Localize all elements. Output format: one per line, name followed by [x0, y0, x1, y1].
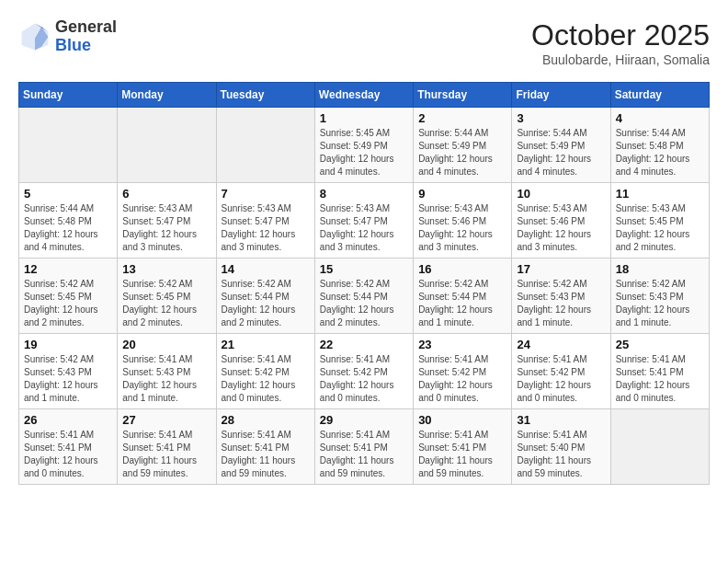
day-info: Sunrise: 5:42 AM Sunset: 5:44 PM Dayligh…: [418, 278, 506, 329]
calendar-cell: 4Sunrise: 5:44 AM Sunset: 5:48 PM Daylig…: [610, 108, 709, 183]
day-info: Sunrise: 5:43 AM Sunset: 5:47 PM Dayligh…: [222, 202, 310, 254]
calendar-cell: [610, 409, 709, 485]
calendar-cell: 11Sunrise: 5:43 AM Sunset: 5:45 PM Dayli…: [610, 183, 709, 259]
calendar-header: SundayMondayTuesdayWednesdayThursdayFrid…: [19, 83, 710, 108]
day-info: Sunrise: 5:42 AM Sunset: 5:45 PM Dayligh…: [24, 278, 112, 329]
calendar-cell: 29Sunrise: 5:41 AM Sunset: 5:41 PM Dayli…: [314, 409, 413, 485]
calendar-cell: 30Sunrise: 5:41 AM Sunset: 5:41 PM Dayli…: [414, 409, 512, 485]
calendar-cell: 7Sunrise: 5:43 AM Sunset: 5:47 PM Daylig…: [216, 183, 314, 259]
weekday-header-friday: Friday: [512, 83, 610, 108]
calendar-cell: 10Sunrise: 5:43 AM Sunset: 5:46 PM Dayli…: [512, 183, 610, 259]
day-info: Sunrise: 5:41 AM Sunset: 5:41 PM Dayligh…: [122, 429, 210, 480]
calendar-cell: 9Sunrise: 5:43 AM Sunset: 5:46 PM Daylig…: [414, 183, 512, 259]
weekday-header-saturday: Saturday: [610, 83, 709, 108]
weekday-header-sunday: Sunday: [19, 83, 118, 108]
day-number: 7: [222, 187, 310, 201]
logo-text: General Blue: [55, 18, 117, 55]
day-info: Sunrise: 5:41 AM Sunset: 5:42 PM Dayligh…: [222, 353, 310, 405]
calendar-cell: 31Sunrise: 5:41 AM Sunset: 5:40 PM Dayli…: [512, 409, 610, 485]
day-number: 15: [320, 262, 408, 276]
day-info: Sunrise: 5:43 AM Sunset: 5:46 PM Dayligh…: [517, 202, 605, 254]
day-number: 28: [222, 413, 310, 427]
day-info: Sunrise: 5:42 AM Sunset: 5:44 PM Dayligh…: [320, 278, 408, 329]
day-info: Sunrise: 5:43 AM Sunset: 5:47 PM Dayligh…: [122, 202, 210, 254]
day-number: 26: [24, 413, 112, 427]
day-info: Sunrise: 5:41 AM Sunset: 5:41 PM Dayligh…: [222, 429, 310, 480]
day-number: 16: [418, 262, 506, 276]
calendar-cell: 12Sunrise: 5:42 AM Sunset: 5:45 PM Dayli…: [19, 259, 118, 334]
day-number: 10: [517, 187, 605, 201]
day-number: 14: [222, 262, 310, 276]
weekday-header-wednesday: Wednesday: [314, 83, 413, 108]
day-info: Sunrise: 5:43 AM Sunset: 5:45 PM Dayligh…: [616, 202, 704, 254]
day-number: 21: [222, 338, 310, 351]
day-info: Sunrise: 5:42 AM Sunset: 5:44 PM Dayligh…: [222, 278, 310, 329]
day-number: 19: [24, 338, 112, 351]
calendar-cell: 15Sunrise: 5:42 AM Sunset: 5:44 PM Dayli…: [314, 259, 413, 334]
day-info: Sunrise: 5:41 AM Sunset: 5:42 PM Dayligh…: [517, 353, 605, 405]
day-info: Sunrise: 5:42 AM Sunset: 5:43 PM Dayligh…: [517, 278, 605, 329]
weekday-header-monday: Monday: [118, 83, 216, 108]
day-number: 6: [122, 187, 210, 201]
calendar-cell: 5Sunrise: 5:44 AM Sunset: 5:48 PM Daylig…: [19, 183, 118, 259]
title-block: October 2025 Buulobarde, Hiiraan, Somali…: [531, 18, 710, 67]
calendar-cell: [118, 108, 216, 183]
calendar-cell: 19Sunrise: 5:42 AM Sunset: 5:43 PM Dayli…: [19, 334, 118, 409]
calendar-week-1: 1Sunrise: 5:45 AM Sunset: 5:49 PM Daylig…: [19, 108, 710, 183]
day-number: 23: [418, 338, 506, 351]
location-subtitle: Buulobarde, Hiiraan, Somalia: [531, 52, 710, 67]
day-number: 8: [320, 187, 408, 201]
calendar-cell: 2Sunrise: 5:44 AM Sunset: 5:49 PM Daylig…: [414, 108, 512, 183]
day-number: 5: [24, 187, 112, 201]
calendar-cell: 18Sunrise: 5:42 AM Sunset: 5:43 PM Dayli…: [610, 259, 709, 334]
calendar-week-2: 5Sunrise: 5:44 AM Sunset: 5:48 PM Daylig…: [19, 183, 710, 259]
weekday-header-tuesday: Tuesday: [216, 83, 314, 108]
day-info: Sunrise: 5:41 AM Sunset: 5:42 PM Dayligh…: [320, 353, 408, 405]
calendar-cell: 26Sunrise: 5:41 AM Sunset: 5:41 PM Dayli…: [19, 409, 118, 485]
day-number: 30: [418, 413, 506, 427]
day-info: Sunrise: 5:41 AM Sunset: 5:41 PM Dayligh…: [616, 353, 704, 405]
calendar-cell: 24Sunrise: 5:41 AM Sunset: 5:42 PM Dayli…: [512, 334, 610, 409]
calendar-cell: 3Sunrise: 5:44 AM Sunset: 5:49 PM Daylig…: [512, 108, 610, 183]
day-number: 25: [616, 338, 704, 351]
day-info: Sunrise: 5:41 AM Sunset: 5:40 PM Dayligh…: [517, 429, 605, 480]
calendar-cell: 28Sunrise: 5:41 AM Sunset: 5:41 PM Dayli…: [216, 409, 314, 485]
weekday-header-row: SundayMondayTuesdayWednesdayThursdayFrid…: [19, 83, 710, 108]
day-info: Sunrise: 5:41 AM Sunset: 5:41 PM Dayligh…: [418, 429, 506, 480]
day-number: 9: [418, 187, 506, 201]
calendar-cell: 8Sunrise: 5:43 AM Sunset: 5:47 PM Daylig…: [314, 183, 413, 259]
day-number: 1: [320, 111, 408, 125]
logo: General Blue: [18, 18, 117, 55]
day-info: Sunrise: 5:43 AM Sunset: 5:47 PM Dayligh…: [320, 202, 408, 254]
day-number: 2: [418, 111, 506, 125]
calendar-cell: 27Sunrise: 5:41 AM Sunset: 5:41 PM Dayli…: [118, 409, 216, 485]
month-title: October 2025: [531, 18, 710, 52]
calendar-week-5: 26Sunrise: 5:41 AM Sunset: 5:41 PM Dayli…: [19, 409, 710, 485]
day-info: Sunrise: 5:42 AM Sunset: 5:43 PM Dayligh…: [616, 278, 704, 329]
calendar-cell: 1Sunrise: 5:45 AM Sunset: 5:49 PM Daylig…: [314, 108, 413, 183]
day-info: Sunrise: 5:41 AM Sunset: 5:41 PM Dayligh…: [320, 429, 408, 480]
day-info: Sunrise: 5:41 AM Sunset: 5:43 PM Dayligh…: [122, 353, 210, 405]
day-info: Sunrise: 5:41 AM Sunset: 5:41 PM Dayligh…: [24, 429, 112, 480]
calendar-cell: 16Sunrise: 5:42 AM Sunset: 5:44 PM Dayli…: [414, 259, 512, 334]
calendar-cell: 21Sunrise: 5:41 AM Sunset: 5:42 PM Dayli…: [216, 334, 314, 409]
day-number: 4: [616, 111, 704, 125]
day-number: 22: [320, 338, 408, 351]
day-info: Sunrise: 5:42 AM Sunset: 5:45 PM Dayligh…: [122, 278, 210, 329]
calendar-cell: 20Sunrise: 5:41 AM Sunset: 5:43 PM Dayli…: [118, 334, 216, 409]
day-number: 13: [122, 262, 210, 276]
calendar-cell: 13Sunrise: 5:42 AM Sunset: 5:45 PM Dayli…: [118, 259, 216, 334]
day-info: Sunrise: 5:41 AM Sunset: 5:42 PM Dayligh…: [418, 353, 506, 405]
day-info: Sunrise: 5:42 AM Sunset: 5:43 PM Dayligh…: [24, 353, 112, 405]
logo-blue-text: Blue: [55, 37, 117, 55]
day-number: 31: [517, 413, 605, 427]
day-info: Sunrise: 5:43 AM Sunset: 5:46 PM Dayligh…: [418, 202, 506, 254]
calendar-cell: 25Sunrise: 5:41 AM Sunset: 5:41 PM Dayli…: [610, 334, 709, 409]
calendar-cell: 6Sunrise: 5:43 AM Sunset: 5:47 PM Daylig…: [118, 183, 216, 259]
day-number: 17: [517, 262, 605, 276]
day-number: 11: [616, 187, 704, 201]
day-number: 27: [122, 413, 210, 427]
calendar-cell: 17Sunrise: 5:42 AM Sunset: 5:43 PM Dayli…: [512, 259, 610, 334]
day-info: Sunrise: 5:44 AM Sunset: 5:48 PM Dayligh…: [616, 127, 704, 178]
day-number: 3: [517, 111, 605, 125]
